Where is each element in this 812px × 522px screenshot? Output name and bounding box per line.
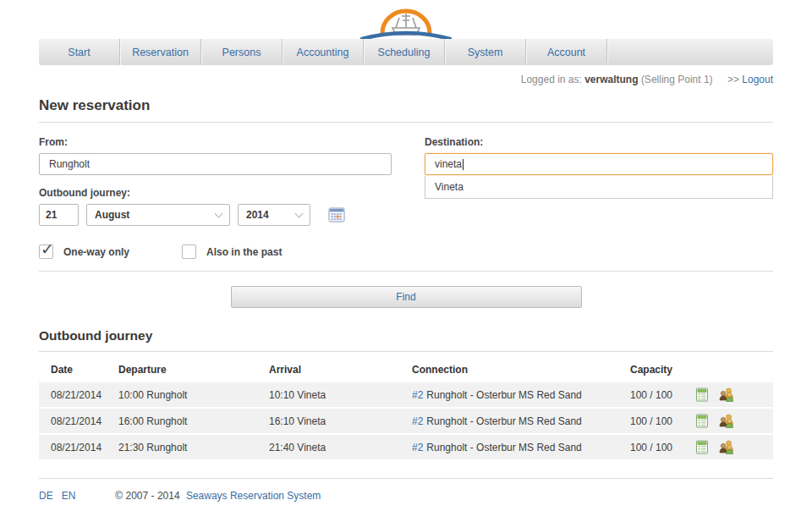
manifest-button[interactable]	[695, 414, 709, 428]
destination-input[interactable]: vineta	[425, 153, 773, 175]
month-value: August	[95, 209, 129, 221]
calendar-picker-button[interactable]	[328, 207, 345, 223]
nav-tab-label: Account	[547, 47, 585, 58]
nav-tab-account[interactable]: Account	[526, 39, 607, 65]
cell-capacity: 100 / 100	[630, 389, 695, 401]
cell-date: 08/21/2014	[51, 442, 118, 453]
selling-point: (Selling Point 1)	[641, 74, 713, 85]
one-way-label: One-way only	[63, 246, 129, 258]
destination-value: vineta	[435, 158, 462, 170]
cell-connection: #2Rungholt - Osterbur MS Red Sand	[412, 442, 630, 453]
results-title: Outbound journey	[39, 328, 773, 343]
navbar-spacer	[607, 39, 773, 65]
report-list-icon	[695, 387, 709, 402]
nav-tab-label: Reservation	[132, 47, 189, 58]
copyright-years: © 2007 - 2014	[115, 490, 179, 502]
app-logo	[0, 0, 812, 39]
logout-link[interactable]: Logout	[742, 74, 773, 85]
connection-number-link[interactable]: #2	[412, 442, 423, 453]
results-divider	[39, 351, 773, 352]
cell-capacity: 100 / 100	[630, 415, 695, 427]
passengers-button[interactable]	[718, 440, 735, 454]
chevron-down-icon	[215, 209, 223, 217]
nav-tab-start[interactable]: Start	[39, 39, 120, 65]
copyright-text: © 2007 - 2014 Seaways Reservation System	[115, 490, 321, 502]
year-select[interactable]: 2014	[238, 204, 310, 226]
journey-row: 08/21/2014 16:00 Rungholt 16:10 Vineta #…	[39, 409, 773, 433]
cell-date: 08/21/2014	[51, 389, 118, 401]
destination-label: Destination:	[425, 136, 773, 148]
cell-departure: 10:00 Rungholt	[118, 389, 269, 401]
group-people-icon	[718, 440, 735, 454]
year-value: 2014	[246, 209, 269, 221]
cell-arrival: 16:10 Vineta	[269, 415, 412, 427]
title-divider	[39, 122, 773, 123]
session-info: Logged in as: verwaltung (Selling Point …	[39, 74, 773, 85]
journey-row: 08/21/2014 10:00 Rungholt 10:10 Vineta #…	[39, 382, 773, 407]
manifest-button[interactable]	[695, 440, 709, 454]
nav-tab-label: Scheduling	[378, 47, 431, 58]
results-table-body: 08/21/2014 10:00 Rungholt 10:10 Vineta #…	[39, 382, 773, 459]
main-navbar: Start Reservation Persons Accounting Sch…	[39, 39, 773, 65]
cell-capacity: 100 / 100	[630, 442, 695, 453]
cell-connection: #2Rungholt - Osterbur MS Red Sand	[412, 415, 630, 427]
nav-tab-persons[interactable]: Persons	[201, 39, 283, 65]
day-input[interactable]	[39, 204, 79, 226]
passengers-button[interactable]	[718, 387, 735, 402]
nav-tab-label: Accounting	[297, 47, 349, 58]
find-button[interactable]: Find	[231, 286, 582, 308]
nav-tab-label: Start	[68, 47, 90, 58]
form-divider	[39, 271, 773, 272]
passengers-button[interactable]	[718, 414, 735, 428]
month-select[interactable]: August	[86, 204, 230, 226]
footer-divider	[39, 478, 773, 479]
col-header-date: Date	[51, 364, 118, 376]
lang-en-link[interactable]: EN	[62, 490, 76, 502]
cell-connection: #2Rungholt - Osterbur MS Red Sand	[412, 389, 630, 401]
from-label: From:	[39, 136, 392, 148]
also-in-past-checkbox[interactable]	[182, 245, 196, 259]
col-header-capacity: Capacity	[630, 364, 695, 376]
group-people-icon	[718, 387, 735, 402]
logged-in-label: Logged in as:	[521, 74, 582, 85]
cell-date: 08/21/2014	[51, 415, 118, 427]
col-header-departure: Departure	[118, 364, 269, 376]
connection-number-link[interactable]: #2	[412, 415, 423, 427]
report-list-icon	[695, 440, 709, 454]
page-title: New reservation	[39, 97, 773, 114]
col-header-connection: Connection	[412, 364, 630, 376]
logout-arrows: >>	[727, 74, 739, 85]
connection-name: Rungholt - Osterbur MS Red Sand	[426, 442, 581, 453]
cell-arrival: 21:40 Vineta	[269, 442, 412, 453]
connection-name: Rungholt - Osterbur MS Red Sand	[426, 389, 581, 401]
nav-tab-system[interactable]: System	[445, 39, 526, 65]
report-list-icon	[695, 414, 709, 428]
col-header-arrival: Arrival	[269, 364, 412, 376]
nav-tab-label: Persons	[222, 47, 261, 58]
checkmark-icon: ✓	[41, 239, 54, 259]
results-table-header: Date Departure Arrival Connection Capaci…	[39, 357, 773, 382]
connection-number-link[interactable]: #2	[412, 389, 423, 401]
destination-suggestions: Vineta	[425, 176, 773, 199]
suggestion-item-vineta[interactable]: Vineta	[425, 176, 772, 198]
group-people-icon	[718, 414, 735, 428]
ship-logo-icon	[355, 5, 457, 42]
system-name-link[interactable]: Seaways Reservation System	[186, 490, 321, 502]
nav-tab-scheduling[interactable]: Scheduling	[364, 39, 445, 65]
journey-row: 08/21/2014 21:30 Rungholt 21:40 Vineta #…	[39, 435, 773, 459]
footer: DE EN © 2007 - 2014 Seaways Reservation …	[39, 490, 773, 502]
nav-tab-label: System	[468, 47, 503, 58]
lang-de-link[interactable]: DE	[39, 490, 53, 502]
nav-tab-reservation[interactable]: Reservation	[120, 39, 201, 65]
cell-arrival: 10:10 Vineta	[269, 389, 412, 401]
cell-departure: 16:00 Rungholt	[118, 415, 269, 427]
chevron-down-icon	[295, 209, 304, 217]
calendar-icon	[328, 207, 345, 223]
from-input[interactable]	[39, 153, 392, 175]
also-in-past-label: Also in the past	[206, 246, 282, 258]
nav-tab-accounting[interactable]: Accounting	[283, 39, 364, 65]
one-way-checkbox[interactable]: ✓	[39, 245, 53, 259]
manifest-button[interactable]	[695, 387, 709, 402]
text-caret	[463, 159, 464, 170]
username: verwaltung	[584, 74, 638, 85]
